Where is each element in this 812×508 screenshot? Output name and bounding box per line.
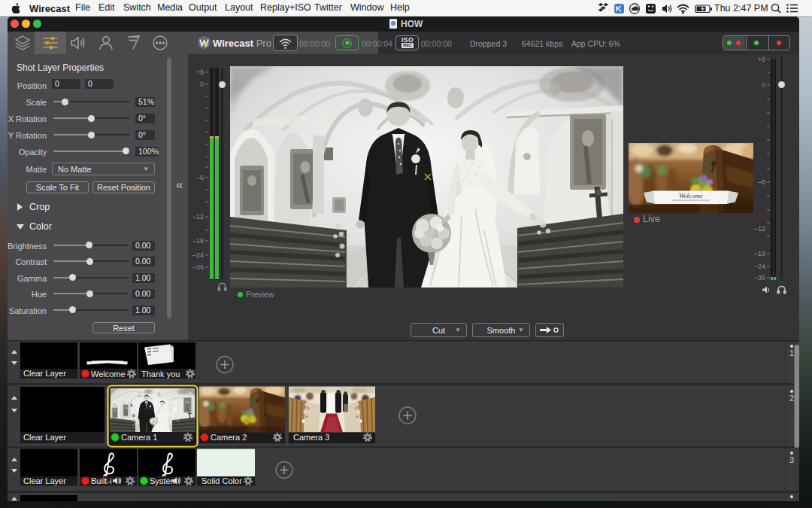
svg-text:Camera 1: Camera 1 — [121, 433, 157, 442]
svg-text:Thank you: Thank you — [141, 370, 180, 379]
svg-text:1: 1 — [789, 348, 794, 357]
svg-text:Clear Layer: Clear Layer — [23, 433, 66, 442]
svg-text:Clear Layer: Clear Layer — [23, 476, 66, 485]
svg-text:–12: –12 — [754, 225, 765, 233]
svg-text:Camera 2: Camera 2 — [211, 433, 247, 442]
svg-text:Welcome: Welcome — [679, 192, 703, 199]
svg-text:–36: –36 — [754, 274, 765, 281]
svg-text:–24: –24 — [192, 251, 204, 259]
svg-text:–12: –12 — [192, 213, 204, 221]
svg-text:3: 3 — [789, 455, 794, 464]
svg-text:0: 0 — [200, 81, 204, 88]
svg-text:–18: –18 — [192, 237, 204, 245]
svg-text:Solid Color: Solid Color — [201, 476, 242, 485]
svg-text:+6: +6 — [196, 68, 204, 76]
svg-text:–36: –36 — [192, 263, 204, 271]
svg-text:Welcome: Welcome — [91, 370, 126, 379]
svg-text:2: 2 — [789, 394, 794, 403]
svg-text:–18: –18 — [754, 250, 765, 257]
svg-text:0: 0 — [762, 81, 765, 89]
svg-text:Built-i: Built-i — [91, 476, 112, 485]
svg-text:–6: –6 — [196, 174, 204, 181]
svg-text:Clear Layer: Clear Layer — [23, 369, 66, 378]
svg-text:+6: +6 — [758, 56, 765, 63]
svg-text:Camera 3: Camera 3 — [293, 433, 329, 442]
svg-text:–24: –24 — [754, 263, 765, 270]
svg-text:–6: –6 — [758, 178, 765, 186]
